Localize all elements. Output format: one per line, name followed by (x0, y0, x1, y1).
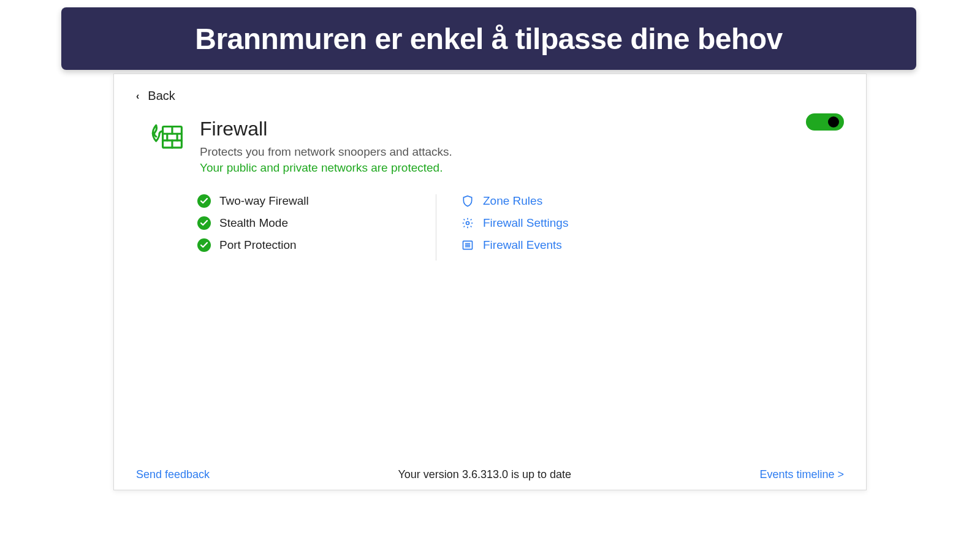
events-timeline-link[interactable]: Events timeline > (759, 468, 844, 481)
check-icon (197, 238, 211, 252)
page-subtitle: Protects you from network snoopers and a… (200, 145, 844, 159)
feature-label: Two-way Firewall (219, 194, 309, 208)
protection-status: Your public and private networks are pro… (200, 161, 844, 175)
back-label: Back (148, 89, 175, 103)
check-icon (197, 216, 211, 230)
links-column: Zone Rules Firewall Settings Firewall Ev… (436, 194, 568, 260)
page-header: Firewall Protects you from network snoop… (136, 118, 844, 175)
gear-icon (461, 217, 474, 229)
firewall-icon (148, 118, 184, 156)
banner-title: Brannmuren er enkel å tilpasse dine beho… (195, 22, 782, 56)
promo-banner: Brannmuren er enkel å tilpasse dine beho… (61, 7, 916, 70)
toggle-knob (828, 116, 839, 127)
zone-rules-link[interactable]: Zone Rules (461, 194, 568, 208)
main-content: ‹ Back Firewall Protects you (114, 74, 866, 460)
feature-item: Stealth Mode (197, 216, 424, 230)
firewall-settings-link[interactable]: Firewall Settings (461, 216, 568, 230)
feature-item: Two-way Firewall (197, 194, 424, 208)
list-icon (461, 239, 474, 251)
options-columns: Two-way Firewall Stealth Mode Port Prote… (136, 194, 844, 260)
shield-icon (461, 195, 474, 207)
link-label: Firewall Events (483, 238, 562, 252)
link-label: Zone Rules (483, 194, 542, 208)
feature-label: Stealth Mode (219, 216, 288, 230)
footer-bar: Send feedback Your version 3.6.313.0 is … (114, 460, 866, 490)
toggle-wrap (806, 113, 844, 131)
link-label: Firewall Settings (483, 216, 568, 230)
version-status: Your version 3.6.313.0 is up to date (398, 468, 571, 481)
feature-label: Port Protection (219, 238, 297, 252)
send-feedback-link[interactable]: Send feedback (136, 468, 210, 481)
title-block: Firewall Protects you from network snoop… (200, 118, 844, 175)
svg-point-7 (466, 222, 469, 225)
check-icon (197, 194, 211, 208)
feature-item: Port Protection (197, 238, 424, 252)
app-window: ‹ Back Firewall Protects you (113, 74, 867, 490)
back-button[interactable]: ‹ Back (136, 89, 175, 103)
firewall-events-link[interactable]: Firewall Events (461, 238, 568, 252)
chevron-left-icon: ‹ (136, 91, 139, 102)
firewall-toggle[interactable] (806, 113, 844, 131)
features-column: Two-way Firewall Stealth Mode Port Prote… (197, 194, 436, 260)
page-title: Firewall (200, 118, 844, 140)
